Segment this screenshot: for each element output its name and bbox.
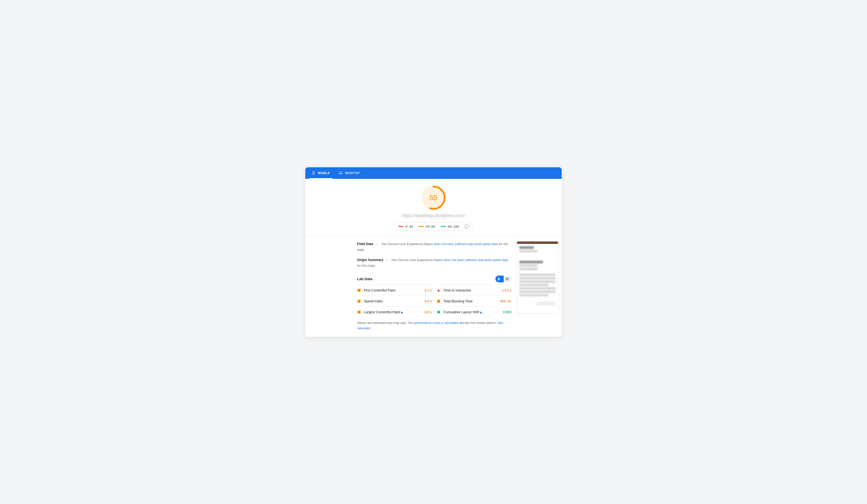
view-toggle-expanded[interactable] (504, 276, 512, 282)
lab-footer: Values are estimated and may vary. The p… (357, 320, 512, 331)
circle-icon (437, 311, 440, 314)
metric-si-value: 4.6 s (425, 299, 432, 303)
metric-lcp-value: 3.8 s (425, 310, 432, 314)
mobile-icon (312, 171, 315, 175)
svg-rect-9 (506, 279, 508, 279)
metric-tbt: Total Blocking Time 600 ms (437, 296, 512, 307)
report-body: Field Data — The Chrome User Experience … (305, 235, 562, 337)
tab-desktop[interactable]: DESKTOP (334, 167, 364, 179)
score-gauge: 55 (421, 186, 446, 210)
metrics-grid: First Contentful Paint 3.1 s Time to Int… (357, 285, 512, 317)
tab-desktop-label: DESKTOP (345, 172, 360, 175)
metric-cls-value: 0.033 (503, 310, 511, 314)
field-data-section: Field Data — The Chrome User Experience … (357, 241, 512, 252)
origin-summary-section: Origin Summary — The Chrome User Experie… (357, 257, 512, 268)
legend-high: 90–100 (440, 225, 459, 228)
svg-rect-10 (506, 280, 509, 280)
metric-tti-value: 13.6 s (502, 288, 511, 292)
page-preview-thumbnail (517, 241, 558, 314)
score-legend: 0–49 50–89 90–100 i (394, 222, 473, 231)
field-data-link[interactable]: does not have sufficient real-world spee… (434, 242, 498, 246)
legend-low: 0–49 (398, 225, 413, 228)
square-icon (357, 311, 361, 314)
metric-fcp: First Contentful Paint 3.1 s (357, 285, 432, 296)
origin-summary-link[interactable]: does not have sufficient real-world spee… (444, 258, 508, 262)
square-icon (357, 289, 361, 292)
flag-icon: ◣ (401, 310, 403, 314)
expanded-icon (506, 277, 510, 281)
device-tabs: MOBILE DESKTOP (305, 167, 562, 179)
info-icon[interactable]: i (464, 224, 469, 229)
square-icon (437, 300, 440, 303)
report-content: Field Data — The Chrome User Experience … (357, 241, 512, 331)
metric-fcp-value: 3.1 s (425, 288, 432, 292)
hero: 55 https://shiweistg.wordpress.com/ 0–49… (305, 179, 562, 235)
svg-rect-6 (497, 279, 500, 279)
desktop-icon (339, 171, 343, 175)
score-value: 55 (421, 186, 446, 210)
metric-lcp: Largest Contentful Paint ◣ 3.8 s (357, 307, 432, 317)
metric-tti: Time to Interactive 13.6 s (437, 285, 512, 296)
pagespeed-card: MOBILE DESKTOP 55 https://shiweistg.word… (305, 167, 562, 337)
metric-tbt-value: 600 ms (500, 299, 511, 303)
origin-summary-heading: Origin Summary (357, 258, 383, 262)
view-toggle (495, 276, 512, 282)
metric-cls: Cumulative Layout Shift ◣ 0.033 (437, 307, 512, 317)
lab-data-header: Lab Data (357, 276, 512, 282)
tab-mobile-label: MOBILE (318, 172, 330, 175)
svg-rect-2 (339, 172, 342, 174)
field-data-heading: Field Data (357, 242, 373, 246)
triangle-icon (437, 289, 440, 292)
compact-icon (497, 277, 502, 281)
svg-rect-5 (497, 278, 500, 278)
tab-mobile[interactable]: MOBILE (307, 167, 334, 179)
performance-score-link[interactable]: performance score is calculated (414, 321, 458, 325)
square-icon (357, 300, 361, 303)
svg-rect-8 (506, 278, 509, 278)
legend-mid: 50–89 (418, 225, 435, 228)
metric-si: Speed Index 4.6 s (357, 296, 432, 307)
tested-url: https://shiweistg.wordpress.com/ (402, 213, 465, 218)
flag-icon: ◣ (480, 310, 482, 314)
view-toggle-compact[interactable] (495, 276, 504, 282)
svg-rect-7 (497, 280, 500, 280)
lab-data-heading: Lab Data (357, 277, 372, 281)
